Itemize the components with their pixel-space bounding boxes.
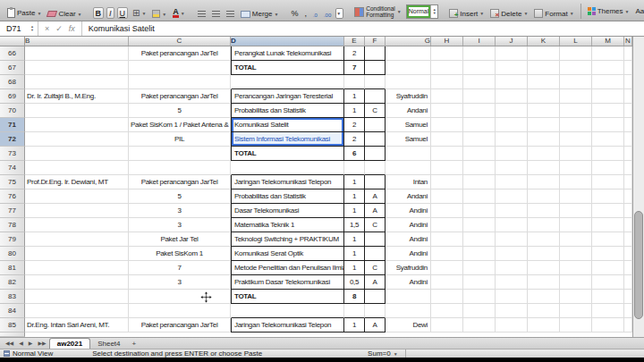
cell-B66[interactable]: [25, 46, 129, 61]
cell-M84[interactable]: [592, 304, 624, 318]
row-header-72[interactable]: 72: [0, 132, 25, 147]
cell-J85[interactable]: [496, 318, 528, 333]
theme-fonts-button[interactable]: Aa ▼: [634, 6, 644, 16]
align-center-button[interactable]: [210, 10, 222, 19]
insert-cells-button[interactable]: + Insert ▼: [447, 8, 486, 19]
cell-E83[interactable]: 8: [344, 290, 365, 304]
cell-K84[interactable]: [528, 304, 560, 318]
cell-G72[interactable]: Samuel: [386, 132, 431, 147]
cell-F82[interactable]: A: [365, 275, 386, 290]
cell-J73[interactable]: [496, 147, 528, 161]
number-format-dropdown[interactable]: ▼: [335, 8, 343, 19]
cell-M82[interactable]: [592, 275, 624, 290]
cell-L71[interactable]: [560, 118, 592, 132]
cell-M83[interactable]: [592, 290, 624, 304]
cell-E76[interactable]: 1: [344, 189, 365, 204]
column-header-G[interactable]: G: [386, 37, 431, 46]
cell-B84[interactable]: [25, 304, 129, 318]
cell-J77[interactable]: [496, 204, 528, 218]
cell-D81[interactable]: Metode Penelitian dan Penulisan Ilmiah: [231, 261, 344, 275]
view-mode-label[interactable]: Normal View: [13, 349, 53, 358]
cell-N71[interactable]: [624, 118, 632, 132]
column-header-F[interactable]: F: [365, 37, 386, 46]
column-header-N[interactable]: N: [624, 37, 632, 46]
cell-K66[interactable]: [528, 46, 560, 61]
row-header-67[interactable]: 67: [0, 61, 25, 75]
row-header-84[interactable]: 84: [0, 304, 25, 318]
cell-J71[interactable]: [496, 118, 528, 132]
cell-D83[interactable]: TOTAL: [231, 290, 344, 304]
cell-L78[interactable]: [560, 218, 592, 232]
cell-C85[interactable]: Paket perancangan JarTel: [129, 318, 231, 333]
row-header-74[interactable]: 74: [0, 161, 25, 175]
cell-C84[interactable]: [129, 304, 231, 318]
prev-sheet-button[interactable]: ◀: [16, 338, 26, 349]
column-header-J[interactable]: J: [496, 37, 528, 46]
cell-C70[interactable]: 5: [129, 104, 231, 118]
cell-H82[interactable]: [431, 275, 463, 290]
column-header-D[interactable]: D: [231, 37, 344, 46]
cell-I72[interactable]: [463, 132, 496, 147]
cell-I84[interactable]: [463, 304, 496, 318]
cell-G78[interactable]: Andini: [386, 218, 431, 232]
clear-button[interactable]: Clear ▼: [46, 9, 83, 19]
cell-H76[interactable]: [431, 189, 463, 204]
cell-L68[interactable]: [560, 75, 592, 89]
cell-J83[interactable]: [496, 290, 528, 304]
cell-E67[interactable]: 7: [344, 61, 365, 75]
cell-K77[interactable]: [528, 204, 560, 218]
cell-D70[interactable]: Probabilitas dan Statistik: [231, 104, 344, 118]
cell-C82[interactable]: 3: [129, 275, 231, 290]
cell-G76[interactable]: Andani: [386, 189, 431, 204]
first-sheet-button[interactable]: ◀◀: [3, 338, 16, 349]
cell-B71[interactable]: [25, 118, 129, 132]
row-header-73[interactable]: 73: [0, 147, 25, 161]
row-header-77[interactable]: 77: [0, 204, 25, 218]
row-header-76[interactable]: 76: [0, 189, 25, 204]
cell-I77[interactable]: [463, 204, 496, 218]
cell-N74[interactable]: [624, 161, 632, 175]
cell-K83[interactable]: [528, 290, 560, 304]
name-box-stepper[interactable]: ▲▼: [30, 25, 38, 32]
cell-N69[interactable]: [624, 89, 632, 104]
format-cells-button[interactable]: Format ▼: [532, 8, 575, 19]
cell-L82[interactable]: [560, 275, 592, 290]
cell-K68[interactable]: [528, 75, 560, 89]
cell-L85[interactable]: [560, 318, 592, 333]
cell-H85[interactable]: [431, 318, 463, 333]
cell-M80[interactable]: [592, 247, 624, 261]
cell-H68[interactable]: [431, 75, 463, 89]
align-right-button[interactable]: [225, 10, 236, 19]
cell-E71[interactable]: 2: [344, 118, 365, 132]
column-header-L[interactable]: L: [560, 37, 592, 46]
cell-F68[interactable]: [365, 75, 386, 89]
cell-F79[interactable]: [365, 232, 386, 247]
cell-B74[interactable]: [25, 161, 129, 175]
row-header-71[interactable]: 71: [0, 118, 25, 132]
fill-color-button[interactable]: ▼: [150, 9, 168, 19]
cell-B81[interactable]: [25, 261, 129, 275]
cell-N75[interactable]: [624, 175, 632, 189]
cell-I71[interactable]: [463, 118, 496, 132]
cell-K80[interactable]: [528, 247, 560, 261]
cell-K71[interactable]: [528, 118, 560, 132]
cell-I66[interactable]: [463, 46, 496, 61]
enter-icon[interactable]: ✓: [55, 24, 63, 33]
cell-I68[interactable]: [463, 75, 496, 89]
cell-D82[interactable]: Praktikum Dasar Telekomunikasi: [231, 275, 344, 290]
cell-K75[interactable]: [528, 175, 560, 189]
cell-E75[interactable]: 1: [344, 175, 365, 189]
cell-M78[interactable]: [592, 218, 624, 232]
style-normal-cell[interactable]: Normal: [407, 5, 431, 18]
cell-H67[interactable]: [431, 61, 463, 75]
row-header-69[interactable]: 69: [0, 89, 25, 104]
cell-K81[interactable]: [528, 261, 560, 275]
cell-G75[interactable]: Intan: [386, 175, 431, 189]
cell-M79[interactable]: [592, 232, 624, 247]
cell-G80[interactable]: Andini: [386, 247, 431, 261]
cell-K67[interactable]: [528, 61, 560, 75]
cell-D73[interactable]: TOTAL: [231, 147, 344, 161]
cell-D66[interactable]: Perangkat Lunak Telekomunikasi: [231, 46, 344, 61]
cell-H80[interactable]: [431, 247, 463, 261]
cell-B67[interactable]: [25, 61, 129, 75]
